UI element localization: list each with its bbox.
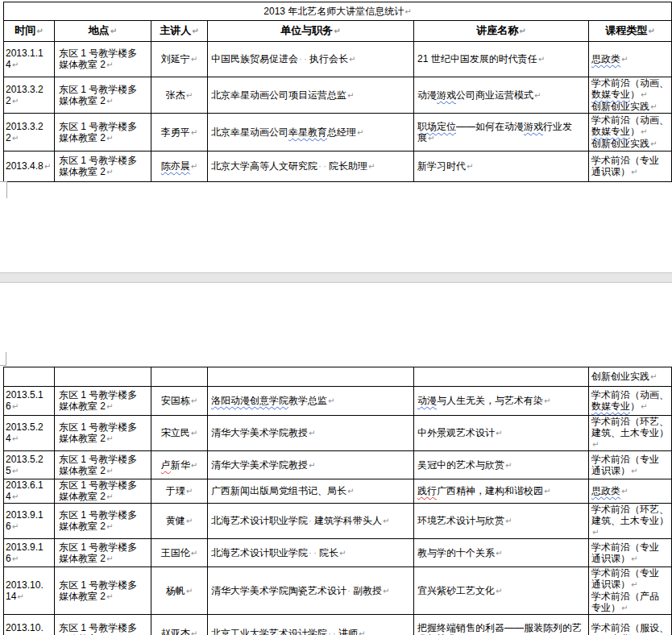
table-cell[interactable]: 2013.10.23↵ xyxy=(4,615,55,635)
table-cell[interactable]: 东区 1 号教学楼多媒体教室 2↵ xyxy=(55,151,151,182)
table-cell[interactable]: 践行广西精神，建构和谐校园↵ xyxy=(414,479,589,504)
column-header-4[interactable]: 讲座名称↵ xyxy=(414,21,589,42)
table-cell[interactable]: 洛阳动漫创意学院教学总监↵ xyxy=(208,387,414,416)
text-run: 北海艺术设计职业学院 xyxy=(211,515,308,526)
table-cell[interactable]: 广西新闻出版局党组书记、局长↵ xyxy=(208,479,414,504)
table-cell[interactable] xyxy=(4,367,55,387)
table-cell[interactable]: 东区 1 号教学楼多媒体教室 2↵ xyxy=(55,615,151,635)
paragraph-mark: ↵ xyxy=(543,487,550,496)
paragraph-mark: ↵ xyxy=(16,592,23,601)
table-cell[interactable]: 赵亚杰↵ xyxy=(151,615,208,635)
table-cell[interactable]: 2013.9.16↵ xyxy=(4,539,55,567)
table-cell[interactable]: 北京幸星动画公司项目运营总监↵ xyxy=(208,77,414,114)
table-cell[interactable]: 2013.4.8↵ xyxy=(4,151,55,182)
paragraph-mark: ↵ xyxy=(427,134,434,143)
table-cell[interactable]: 把握终端销售的利器——服装陈列的艺术与技术↵ xyxy=(414,615,589,635)
table-cell[interactable]: 于瑮↵ xyxy=(151,479,208,504)
table-cell[interactable]: 环境艺术设计与欣赏↵ xyxy=(414,504,589,539)
table-cell[interactable]: 卢新华↵ xyxy=(151,451,208,479)
text-run: 总经理 xyxy=(327,127,356,138)
table-cell[interactable]: 东区 1 号教学楼多媒体教室 2↵ xyxy=(55,479,151,504)
table-cell[interactable]: 2013.1.14↵ xyxy=(4,42,55,77)
column-header-0[interactable]: 时间↵ xyxy=(4,21,55,42)
table-cell[interactable]: 刘延宁↵ xyxy=(151,42,208,77)
table-cell[interactable]: 2013.3.22↵ xyxy=(4,114,55,151)
table-cell[interactable]: 2013.5.25↵ xyxy=(4,451,55,479)
table-cell[interactable]: 东区 1 号教学楼多媒体教室 2↵ xyxy=(55,77,151,114)
table-cell[interactable]: 宜兴紫砂工艺文化↵ xyxy=(414,567,589,615)
text-run: 建筑学科带头人 xyxy=(314,515,382,526)
table-cell[interactable]: 东区 1 号教学楼多媒体教室 2↵ xyxy=(55,114,151,151)
table-cell[interactable]: 东区 1 号教学楼多媒体教室 2↵ xyxy=(55,42,151,77)
column-header-1[interactable]: 地点↵ xyxy=(55,21,151,42)
table-cell[interactable]: 2013.3.22↵ xyxy=(4,77,55,114)
table-cell[interactable]: 清华大学美术学院教授↵ xyxy=(208,416,414,451)
table-cell[interactable]: 陈亦晨↵ xyxy=(151,151,208,182)
document-title[interactable]: 2013 年北艺名师大讲堂信息统计↵ xyxy=(4,2,672,21)
table-cell[interactable]: 北京工业大学艺术设计学院··讲师↵ xyxy=(208,615,414,635)
table-cell[interactable]: 学术前沿（服设、服工专业）↵ xyxy=(589,615,672,635)
column-header-3[interactable]: 单位与职务↵ xyxy=(208,21,414,42)
text-run: 吴冠中的艺术与欣赏 xyxy=(417,459,504,471)
table-cell[interactable]: 李勇平↵ xyxy=(151,114,208,151)
column-header-5[interactable]: 课程类型↵ xyxy=(589,21,672,42)
table-cell[interactable]: 中外景观艺术设计↵ xyxy=(414,416,589,451)
table-cell[interactable]: 动漫游戏公司商业运营模式↵ xyxy=(414,77,589,114)
text-run: 广西精神，建构和谐校园 xyxy=(437,485,543,496)
table-cell[interactable]: 中国民族贸易促进会··执行会长↵ xyxy=(208,42,414,77)
table-cell[interactable]: 学术前沿（动画、数媒专业）↵创新创业实践↵ xyxy=(589,114,672,151)
table-cell[interactable]: 学术前沿（专业通识课）↵ xyxy=(589,451,672,479)
table-cell[interactable]: 2013.10.14↵ xyxy=(4,567,55,615)
text-run: 媒体教室 2 xyxy=(59,465,106,476)
table-cell[interactable]: 黄健↵ xyxy=(151,504,208,539)
table-cell[interactable] xyxy=(208,367,414,387)
table-cell[interactable]: 北京大学高等人文研究院··院长助理↵ xyxy=(208,151,414,182)
table-cell[interactable]: 东区 1 号教学楼多媒体教室 2↵ xyxy=(55,504,151,539)
table-cell[interactable]: 学术前沿（环艺、建筑、土木专业）↵ xyxy=(589,416,672,451)
table-cell[interactable]: 动漫与人生无关，与艺术有染↵ xyxy=(414,387,589,416)
table-cell[interactable]: 北京幸星动画公司幸星教育总经理↵ xyxy=(208,114,414,151)
table-cell[interactable]: 东区 1 号教学楼多媒体教室 2↵ xyxy=(55,451,151,479)
table-cell[interactable]: 学术前沿（专业通识课）↵学术前沿（产品专业）↵ xyxy=(589,567,672,615)
table-cell[interactable]: 东区 1 号教学楼多媒体教室 2↵ xyxy=(55,567,151,615)
table-cell[interactable]: 学术前沿（动画、数媒专业）↵创新创业实践↵ xyxy=(589,77,672,114)
table-cell[interactable]: 东区 1 号教学楼多媒体教室 2↵ xyxy=(55,416,151,451)
table-cell[interactable] xyxy=(55,367,151,387)
text-run: 刘延宁 xyxy=(161,53,190,64)
table-cell[interactable]: 王国伦↵ xyxy=(151,539,208,567)
table-cell[interactable]: 2013.9.16↵ xyxy=(4,504,55,539)
table-cell[interactable]: 清华大学美术学院陶瓷艺术设计·副教授↵ xyxy=(208,567,414,615)
table-cell[interactable]: 杨帆↵ xyxy=(151,567,208,615)
table-cell[interactable]: 北海艺术设计职业学院··院长↵ xyxy=(208,539,414,567)
table-cell[interactable]: 创新创业实践↵ xyxy=(589,367,672,387)
table-cell[interactable]: 学术前沿（专业通识课）↵ xyxy=(589,539,672,567)
table-cell[interactable]: 学术前沿（专业通识课）↵ xyxy=(589,151,672,182)
paragraph-mark: ↵ xyxy=(649,372,657,381)
paragraph-mark: ↵ xyxy=(106,554,113,563)
table-cell[interactable]: 新学习时代↵ xyxy=(414,151,589,182)
table-cell[interactable]: 2013.6.14↵ xyxy=(4,479,55,504)
table-cell[interactable]: 安国栋↵ xyxy=(151,387,208,416)
table-cell[interactable]: 学术前沿（动画、数媒专业）↵ xyxy=(589,387,672,416)
table-cell[interactable]: 吴冠中的艺术与欣赏↵ xyxy=(414,451,589,479)
table-cell[interactable]: 东区 1 号教学楼多媒体教室 2↵ xyxy=(55,539,151,567)
table-cell[interactable]: 21 世纪中国发展的时代责任↵ xyxy=(414,42,589,77)
table-cell[interactable]: 思政类↵ xyxy=(589,42,672,77)
table-cell[interactable]: 北海艺术设计职业学院·建筑学科带头人↵ xyxy=(208,504,414,539)
text-run: 2013.5.1 xyxy=(6,389,44,401)
table-cell[interactable]: 清华大学美术学院教授↵ xyxy=(208,451,414,479)
text-run: 宋立民 xyxy=(161,427,190,438)
column-header-2[interactable]: 主讲人↵ xyxy=(151,21,208,42)
table-cell[interactable]: 教与学的十个关系↵ xyxy=(414,539,589,567)
table-cell[interactable]: 宋立民↵ xyxy=(151,416,208,451)
table-cell[interactable]: 东区 1 号教学楼多媒体教室 2↵ xyxy=(55,387,151,416)
table-cell[interactable]: 2013.5.24↵ xyxy=(4,416,55,451)
table-cell[interactable] xyxy=(151,367,208,387)
table-cell[interactable] xyxy=(414,367,589,387)
table-cell[interactable]: 学术前沿（环艺、建筑、土木专业）↵ xyxy=(589,504,672,539)
table-cell[interactable]: 张杰↵ xyxy=(151,77,208,114)
table-cell[interactable]: 2013.5.16↵ xyxy=(4,387,55,416)
table-cell[interactable]: 思政类↵ xyxy=(589,479,672,504)
table-cell[interactable]: 职场定位——如何在动漫游戏行业发展↵ xyxy=(414,114,589,151)
paragraph-mark: ↵ xyxy=(640,127,647,136)
